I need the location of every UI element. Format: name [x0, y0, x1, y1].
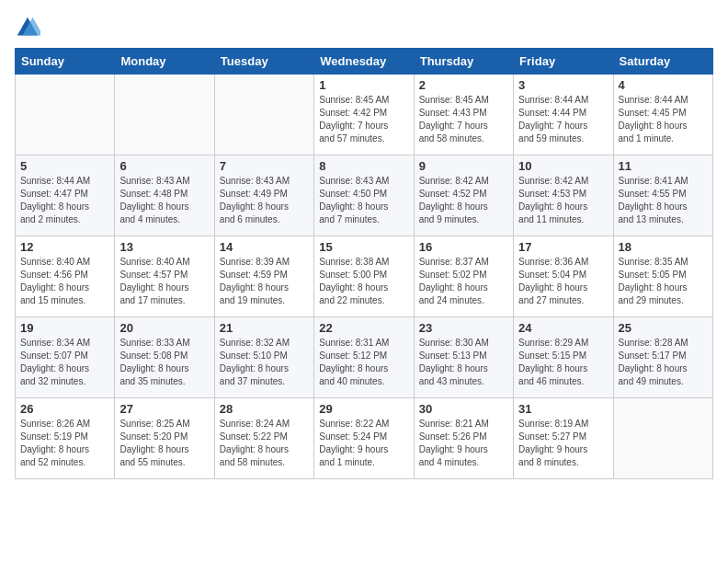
calendar-cell: 24Sunrise: 8:29 AM Sunset: 5:15 PM Dayli…: [514, 317, 613, 398]
day-number: 24: [518, 321, 608, 335]
calendar-cell: 25Sunrise: 8:28 AM Sunset: 5:17 PM Dayli…: [613, 317, 712, 398]
calendar-cell: 8Sunrise: 8:43 AM Sunset: 4:50 PM Daylig…: [314, 155, 414, 236]
day-number: 6: [119, 159, 209, 173]
day-number: 2: [419, 78, 508, 92]
day-number: 5: [20, 159, 109, 173]
calendar-cell: 29Sunrise: 8:22 AM Sunset: 5:24 PM Dayli…: [314, 398, 414, 479]
day-number: 14: [220, 240, 309, 254]
calendar-cell: 21Sunrise: 8:32 AM Sunset: 5:10 PM Dayli…: [214, 317, 313, 398]
logo-icon: [15, 15, 40, 40]
day-number: 18: [619, 240, 708, 254]
day-info: Sunrise: 8:22 AM Sunset: 5:24 PM Dayligh…: [319, 418, 408, 469]
day-info: Sunrise: 8:44 AM Sunset: 4:47 PM Dayligh…: [20, 175, 109, 226]
calendar-cell: 17Sunrise: 8:36 AM Sunset: 5:04 PM Dayli…: [514, 236, 613, 317]
calendar-cell: 10Sunrise: 8:42 AM Sunset: 4:53 PM Dayli…: [514, 155, 613, 236]
column-header-sunday: Sunday: [16, 49, 115, 75]
calendar-cell: [115, 75, 214, 155]
day-number: 3: [518, 78, 608, 92]
calendar-cell: 23Sunrise: 8:30 AM Sunset: 5:13 PM Dayli…: [414, 317, 513, 398]
calendar-cell: 18Sunrise: 8:35 AM Sunset: 5:05 PM Dayli…: [613, 236, 712, 317]
day-number: 16: [419, 240, 508, 254]
calendar-cell: 14Sunrise: 8:39 AM Sunset: 4:59 PM Dayli…: [214, 236, 313, 317]
calendar-cell: 11Sunrise: 8:41 AM Sunset: 4:55 PM Dayli…: [613, 155, 712, 236]
column-header-thursday: Thursday: [414, 49, 513, 75]
calendar-cell: 20Sunrise: 8:33 AM Sunset: 5:08 PM Dayli…: [115, 317, 214, 398]
day-number: 9: [419, 159, 508, 173]
calendar-cell: 19Sunrise: 8:34 AM Sunset: 5:07 PM Dayli…: [16, 317, 115, 398]
calendar-cell: 31Sunrise: 8:19 AM Sunset: 5:27 PM Dayli…: [514, 398, 613, 479]
day-number: 31: [518, 402, 608, 416]
day-number: 19: [20, 321, 109, 335]
day-info: Sunrise: 8:39 AM Sunset: 4:59 PM Dayligh…: [220, 256, 309, 307]
calendar-cell: 5Sunrise: 8:44 AM Sunset: 4:47 PM Daylig…: [16, 155, 115, 236]
calendar-cell: [16, 75, 115, 155]
column-header-monday: Monday: [115, 49, 214, 75]
calendar-cell: 9Sunrise: 8:42 AM Sunset: 4:52 PM Daylig…: [414, 155, 513, 236]
day-number: 7: [220, 159, 309, 173]
column-header-tuesday: Tuesday: [214, 49, 313, 75]
calendar-cell: 30Sunrise: 8:21 AM Sunset: 5:26 PM Dayli…: [414, 398, 513, 479]
day-number: 1: [319, 78, 408, 92]
calendar-week-row: 5Sunrise: 8:44 AM Sunset: 4:47 PM Daylig…: [16, 155, 713, 236]
day-number: 28: [220, 402, 309, 416]
day-info: Sunrise: 8:38 AM Sunset: 5:00 PM Dayligh…: [319, 256, 408, 307]
day-info: Sunrise: 8:32 AM Sunset: 5:10 PM Dayligh…: [220, 337, 309, 388]
day-info: Sunrise: 8:34 AM Sunset: 5:07 PM Dayligh…: [20, 337, 109, 388]
day-number: 17: [518, 240, 608, 254]
calendar-week-row: 12Sunrise: 8:40 AM Sunset: 4:56 PM Dayli…: [16, 236, 713, 317]
day-info: Sunrise: 8:40 AM Sunset: 4:56 PM Dayligh…: [20, 256, 109, 307]
day-info: Sunrise: 8:44 AM Sunset: 4:45 PM Dayligh…: [619, 94, 708, 145]
day-info: Sunrise: 8:41 AM Sunset: 4:55 PM Dayligh…: [619, 175, 708, 226]
day-info: Sunrise: 8:44 AM Sunset: 4:44 PM Dayligh…: [518, 94, 608, 145]
calendar-cell: 3Sunrise: 8:44 AM Sunset: 4:44 PM Daylig…: [514, 75, 613, 155]
day-number: 4: [619, 78, 708, 92]
day-info: Sunrise: 8:28 AM Sunset: 5:17 PM Dayligh…: [619, 337, 708, 388]
logo: [15, 15, 44, 40]
day-number: 26: [20, 402, 109, 416]
calendar-cell: 16Sunrise: 8:37 AM Sunset: 5:02 PM Dayli…: [414, 236, 513, 317]
day-info: Sunrise: 8:24 AM Sunset: 5:22 PM Dayligh…: [220, 418, 309, 469]
day-number: 13: [119, 240, 209, 254]
day-number: 12: [20, 240, 109, 254]
day-info: Sunrise: 8:35 AM Sunset: 5:05 PM Dayligh…: [619, 256, 708, 307]
calendar-cell: 1Sunrise: 8:45 AM Sunset: 4:42 PM Daylig…: [314, 75, 414, 155]
day-info: Sunrise: 8:19 AM Sunset: 5:27 PM Dayligh…: [518, 418, 608, 469]
calendar-cell: 7Sunrise: 8:43 AM Sunset: 4:49 PM Daylig…: [214, 155, 313, 236]
day-number: 11: [619, 159, 708, 173]
calendar-cell: 4Sunrise: 8:44 AM Sunset: 4:45 PM Daylig…: [613, 75, 712, 155]
day-info: Sunrise: 8:42 AM Sunset: 4:53 PM Dayligh…: [518, 175, 608, 226]
day-number: 30: [419, 402, 508, 416]
calendar-cell: 12Sunrise: 8:40 AM Sunset: 4:56 PM Dayli…: [16, 236, 115, 317]
calendar-cell: 22Sunrise: 8:31 AM Sunset: 5:12 PM Dayli…: [314, 317, 414, 398]
day-info: Sunrise: 8:25 AM Sunset: 5:20 PM Dayligh…: [119, 418, 209, 469]
calendar-cell: 6Sunrise: 8:43 AM Sunset: 4:48 PM Daylig…: [115, 155, 214, 236]
calendar-cell: 28Sunrise: 8:24 AM Sunset: 5:22 PM Dayli…: [214, 398, 313, 479]
column-header-friday: Friday: [514, 49, 613, 75]
day-info: Sunrise: 8:36 AM Sunset: 5:04 PM Dayligh…: [518, 256, 608, 307]
day-info: Sunrise: 8:29 AM Sunset: 5:15 PM Dayligh…: [518, 337, 608, 388]
calendar-week-row: 19Sunrise: 8:34 AM Sunset: 5:07 PM Dayli…: [16, 317, 713, 398]
day-number: 21: [220, 321, 309, 335]
day-number: 29: [319, 402, 408, 416]
day-number: 15: [319, 240, 408, 254]
calendar-cell: 2Sunrise: 8:45 AM Sunset: 4:43 PM Daylig…: [414, 75, 513, 155]
day-info: Sunrise: 8:21 AM Sunset: 5:26 PM Dayligh…: [419, 418, 508, 469]
day-info: Sunrise: 8:43 AM Sunset: 4:48 PM Dayligh…: [119, 175, 209, 226]
day-number: 10: [518, 159, 608, 173]
day-info: Sunrise: 8:26 AM Sunset: 5:19 PM Dayligh…: [20, 418, 109, 469]
day-number: 22: [319, 321, 408, 335]
day-info: Sunrise: 8:30 AM Sunset: 5:13 PM Dayligh…: [419, 337, 508, 388]
day-info: Sunrise: 8:45 AM Sunset: 4:42 PM Dayligh…: [319, 94, 408, 145]
day-number: 23: [419, 321, 508, 335]
calendar-cell: 15Sunrise: 8:38 AM Sunset: 5:00 PM Dayli…: [314, 236, 414, 317]
day-info: Sunrise: 8:42 AM Sunset: 4:52 PM Dayligh…: [419, 175, 508, 226]
day-number: 27: [119, 402, 209, 416]
day-info: Sunrise: 8:37 AM Sunset: 5:02 PM Dayligh…: [419, 256, 508, 307]
day-info: Sunrise: 8:33 AM Sunset: 5:08 PM Dayligh…: [119, 337, 209, 388]
day-info: Sunrise: 8:43 AM Sunset: 4:49 PM Dayligh…: [220, 175, 309, 226]
day-number: 25: [619, 321, 708, 335]
column-header-saturday: Saturday: [613, 49, 712, 75]
page-header: [15, 15, 713, 40]
calendar-cell: 13Sunrise: 8:40 AM Sunset: 4:57 PM Dayli…: [115, 236, 214, 317]
calendar-cell: 26Sunrise: 8:26 AM Sunset: 5:19 PM Dayli…: [16, 398, 115, 479]
